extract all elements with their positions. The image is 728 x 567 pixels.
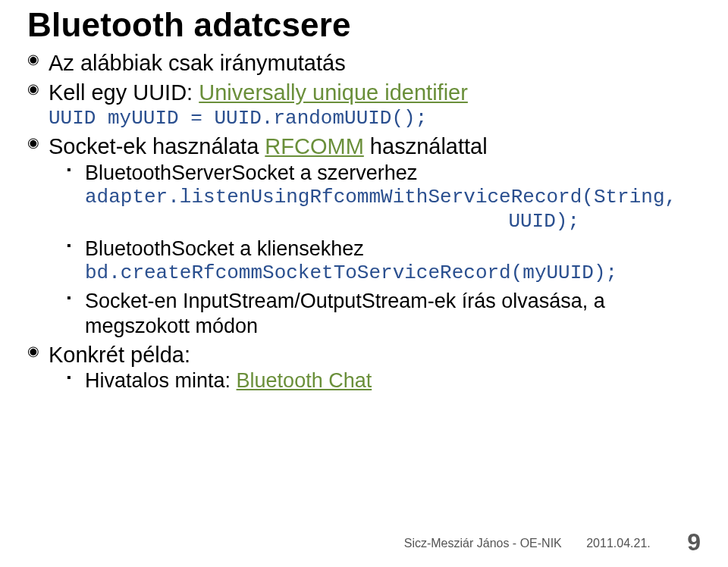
footer-author: Sicz-Mesziár János - OE-NIK [404, 537, 562, 550]
uuid-prefix: Kell egy UUID: [49, 80, 199, 105]
sub-official-sample: Hivatalos minta: Bluetooth Chat [67, 368, 701, 393]
page-number: 9 [687, 528, 701, 556]
bullet-guidance-text: Az alábbiak csak iránymutatás [49, 51, 346, 75]
bullet-example: Konkrét példa: Hivatalos minta: Bluetoot… [27, 342, 701, 393]
content-list: Az alábbiak csak iránymutatás Kell egy U… [27, 50, 701, 393]
bluetooth-chat-link[interactable]: Bluetooth Chat [237, 369, 372, 392]
streams-text: Socket-en InputStream/OutputStream-ek ír… [85, 290, 605, 337]
bullet-guidance: Az alábbiak csak iránymutatás [27, 50, 701, 77]
rfcomm-link[interactable]: RFCOMM [265, 134, 363, 158]
socket-prefix: Socket-ek használata [49, 134, 265, 158]
bullet-socket: Socket-ek használata RFCOMM használattal… [27, 133, 701, 338]
example-sublist: Hivatalos minta: Bluetooth Chat [49, 368, 701, 393]
serversocket-code-a: adapter.listenUsingRfcommWithServiceReco… [85, 186, 701, 210]
example-text: Konkrét példa: [49, 343, 190, 367]
socket-suffix: használattal [364, 134, 488, 158]
footer: Sicz-Mesziár János - OE-NIK 2011.04.21. … [0, 528, 728, 556]
page-title: Bluetooth adatcsere [27, 0, 701, 50]
sub-streams: Socket-en InputStream/OutputStream-ek ír… [67, 289, 701, 339]
socket-sublist: BluetoothServerSocket a szerverhez adapt… [49, 161, 701, 339]
sub-clientsocket: BluetoothSocket a kliensekhez bd.createR… [67, 237, 701, 286]
clientsocket-code: bd.createRfcommSocketToServiceRecord(myU… [85, 262, 701, 286]
clientsocket-text: BluetoothSocket a kliensekhez [85, 237, 364, 260]
serversocket-text: BluetoothServerSocket a szerverhez [85, 161, 417, 184]
official-prefix: Hivatalos minta: [85, 369, 237, 392]
uuid-code: UUID myUUID = UUID.randomUUID(); [49, 107, 701, 131]
sub-serversocket: BluetoothServerSocket a szerverhez adapt… [67, 161, 701, 233]
serversocket-code-b: UUID); [85, 210, 701, 234]
uuid-link[interactable]: Universally unique identifier [199, 80, 468, 105]
bullet-uuid: Kell egy UUID: Universally unique identi… [27, 80, 701, 130]
footer-date: 2011.04.21. [586, 537, 651, 550]
slide: Bluetooth adatcsere Az alábbiak csak irá… [0, 0, 728, 567]
